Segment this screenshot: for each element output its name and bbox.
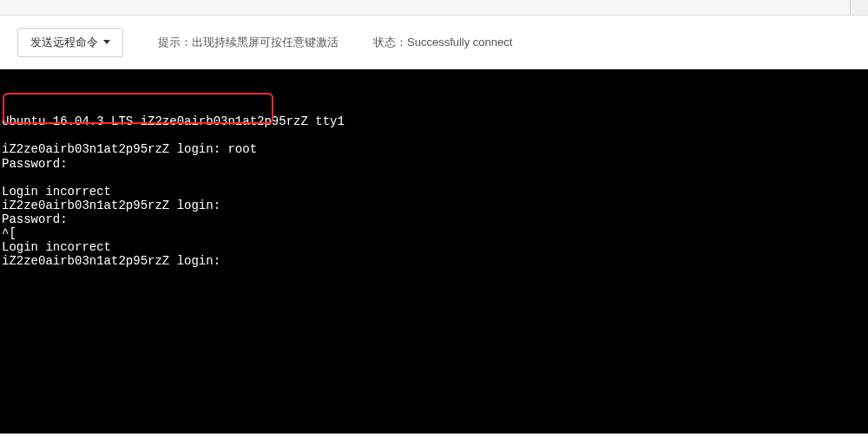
terminal-line: ^[ bbox=[2, 226, 866, 240]
terminal-line: Login incorrect bbox=[2, 240, 866, 254]
status-label: 状态 bbox=[373, 36, 396, 49]
status-text: 状态：Successfully connect bbox=[373, 35, 512, 50]
send-remote-command-button[interactable]: 发送远程命令 bbox=[17, 28, 123, 57]
hint-text: 提示：出现持续黑屏可按任意键激活 bbox=[158, 35, 339, 50]
status-value: Successfully connect bbox=[407, 36, 512, 49]
terminal-console[interactable]: Ubuntu 16.04.3 LTS iZ2ze0airb03n1at2p95r… bbox=[0, 69, 868, 434]
terminal-line: Login incorrect bbox=[2, 185, 866, 199]
hint-value: 出现持续黑屏可按任意键激活 bbox=[192, 36, 339, 49]
terminal-line bbox=[2, 128, 866, 142]
window-header-strip bbox=[0, 0, 868, 16]
terminal-line: iZ2ze0airb03n1at2p95rzZ login: bbox=[2, 199, 866, 212]
terminal-line: iZ2ze0airb03n1at2p95rzZ login: root bbox=[2, 142, 866, 156]
terminal-line: Password: bbox=[2, 157, 866, 171]
terminal-output: Ubuntu 16.04.3 LTS iZ2ze0airb03n1at2p95r… bbox=[2, 101, 866, 268]
terminal-line: iZ2ze0airb03n1at2p95rzZ login: bbox=[2, 254, 866, 268]
send-remote-command-label: 发送远程命令 bbox=[30, 35, 98, 50]
terminal-line bbox=[2, 171, 866, 185]
chevron-down-icon bbox=[103, 40, 110, 44]
terminal-line bbox=[2, 101, 866, 114]
terminal-line: Ubuntu 16.04.3 LTS iZ2ze0airb03n1at2p95r… bbox=[2, 114, 866, 128]
terminal-line: Password: bbox=[2, 212, 866, 226]
hint-label: 提示 bbox=[158, 36, 181, 49]
toolbar: 发送远程命令 提示：出现持续黑屏可按任意键激活 状态：Successfully … bbox=[0, 16, 868, 69]
